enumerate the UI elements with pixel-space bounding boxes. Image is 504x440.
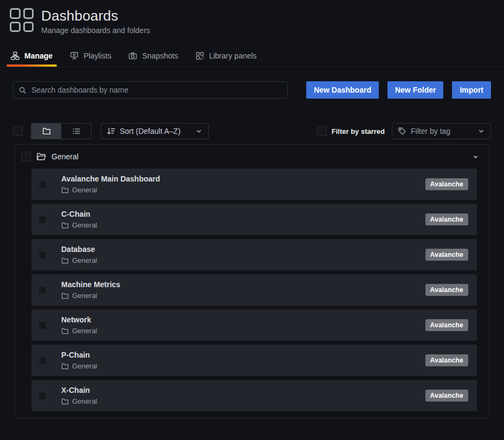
folder-icon — [61, 363, 69, 370]
tag-badge[interactable]: Avalanche — [425, 319, 468, 331]
tag-badge[interactable]: Avalanche — [425, 213, 468, 225]
row-checkbox[interactable] — [38, 251, 47, 259]
chevron-down-icon — [195, 127, 203, 135]
presentation-play-icon — [70, 51, 79, 60]
row-main: P-Chain General — [61, 351, 97, 370]
folder-view-icon — [42, 127, 51, 135]
folder-view-button[interactable] — [31, 124, 61, 139]
tag-badge[interactable]: Avalanche — [425, 284, 468, 296]
dashboard-title[interactable]: Machine Metrics — [61, 280, 120, 289]
dashboard-row[interactable]: P-Chain General Avalanche — [31, 345, 477, 376]
row-checkbox[interactable] — [38, 321, 47, 329]
results-panel: General Avalanche Main Dashboard General… — [15, 144, 489, 418]
row-checkbox[interactable] — [38, 392, 47, 400]
row-main: Machine Metrics General — [61, 280, 120, 300]
dashboard-folder-sub: General — [61, 363, 97, 370]
dashboard-row[interactable]: Database General Avalanche — [31, 239, 477, 270]
tab-playlists[interactable]: Playlists — [64, 47, 117, 67]
dashboard-row[interactable]: Network General Avalanche — [31, 309, 477, 341]
list-view-button[interactable] — [61, 124, 91, 139]
folder-icon — [61, 186, 69, 194]
dashboard-title[interactable]: P-Chain — [61, 351, 97, 359]
folder-icon — [61, 398, 69, 405]
dashboards-page: Dashboards Manage dashboards and folders… — [0, 0, 504, 418]
dashboard-row[interactable]: Avalanche Main Dashboard General Avalanc… — [31, 169, 477, 200]
tab-label: Library panels — [209, 51, 257, 60]
folder-section-header[interactable]: General — [15, 145, 489, 167]
new-dashboard-button[interactable]: New Dashboard — [306, 81, 379, 99]
view-mode-toggle — [31, 123, 92, 139]
filter-starred-label: Filter by starred — [332, 127, 385, 135]
tab-label: Snapshots — [142, 51, 178, 60]
dashboard-folder-sub: General — [61, 186, 160, 194]
tab-manage[interactable]: Manage — [5, 47, 58, 67]
filter-tag-value: Filter by tag — [411, 127, 450, 135]
camera-icon — [128, 51, 137, 60]
folder-icon — [61, 257, 69, 264]
dashboard-row[interactable]: C-Chain General Avalanche — [31, 204, 477, 235]
actions-row: New Dashboard New Folder Import — [13, 81, 491, 99]
row-main: Avalanche Main Dashboard General — [61, 174, 160, 194]
folder-open-icon — [36, 152, 46, 161]
folder-icon — [61, 222, 69, 229]
tag-badge[interactable]: Avalanche — [425, 354, 468, 366]
chevron-down-icon[interactable] — [472, 153, 479, 160]
sort-amount-down-icon — [107, 127, 115, 135]
dashboard-row[interactable]: Machine Metrics General Avalanche — [31, 274, 477, 306]
toolbar: Sort (Default A–Z) Filter by starred Fil… — [13, 123, 491, 139]
dashboard-folder-sub: General — [61, 222, 97, 229]
action-buttons: New Dashboard New Folder Import — [306, 81, 491, 99]
folder-icon — [61, 327, 69, 335]
dashboard-folder: General — [72, 292, 97, 300]
page-title: Dashboards — [41, 8, 150, 24]
row-checkbox[interactable] — [38, 180, 47, 189]
dashboard-folder: General — [72, 327, 97, 335]
row-main: Network General — [61, 315, 97, 335]
row-checkbox[interactable] — [38, 357, 47, 365]
dashboard-folder-sub: General — [61, 292, 120, 300]
folder-name: General — [51, 152, 79, 161]
row-checkbox[interactable] — [38, 286, 47, 294]
tag-badge[interactable]: Avalanche — [425, 178, 468, 190]
search-icon — [18, 86, 27, 94]
tab-snapshots[interactable]: Snapshots — [123, 47, 183, 67]
dashboard-title[interactable]: Database — [61, 245, 97, 254]
tab-label: Playlists — [83, 51, 111, 60]
dashboard-folder: General — [72, 222, 97, 229]
dashboard-folder-sub: General — [61, 257, 97, 264]
dashboard-title[interactable]: C-Chain — [61, 210, 97, 218]
dashboard-title[interactable]: X-Chain — [61, 386, 97, 394]
library-panels-icon — [196, 51, 204, 60]
filter-tag-select[interactable]: Filter by tag — [392, 123, 491, 139]
sort-select-value: Sort (Default A–Z) — [120, 127, 180, 135]
filter-starred-checkbox[interactable] — [317, 126, 327, 136]
row-checkbox[interactable] — [38, 216, 47, 224]
apps-icon — [10, 8, 34, 32]
tag-badge[interactable]: Avalanche — [425, 249, 468, 261]
sort-select[interactable]: Sort (Default A–Z) — [101, 123, 209, 139]
dashboard-list: Avalanche Main Dashboard General Avalanc… — [31, 169, 477, 411]
list-view-icon — [72, 127, 81, 135]
row-main: Database General — [61, 245, 97, 264]
import-button[interactable]: Import — [452, 81, 491, 99]
folder-checkbox[interactable] — [21, 152, 31, 161]
new-folder-button[interactable]: New Folder — [387, 81, 443, 99]
row-main: X-Chain General — [61, 386, 97, 405]
search-box — [13, 81, 288, 99]
row-main: C-Chain General — [61, 210, 97, 229]
select-all-checkbox[interactable] — [13, 126, 23, 136]
dashboard-folder-sub: General — [61, 398, 97, 405]
dashboard-folder: General — [72, 186, 97, 194]
sitemap-icon — [11, 51, 20, 60]
folder-icon — [61, 292, 69, 300]
chevron-down-icon — [477, 127, 485, 135]
dashboard-row[interactable]: X-Chain General Avalanche — [31, 380, 477, 411]
dashboard-title[interactable]: Avalanche Main Dashboard — [61, 174, 160, 183]
dashboard-folder-sub: General — [61, 327, 97, 335]
dashboard-title[interactable]: Network — [61, 315, 97, 324]
tag-badge[interactable]: Avalanche — [425, 390, 468, 402]
tag-icon — [398, 127, 406, 135]
tab-label: Manage — [24, 51, 53, 60]
tab-library-panels[interactable]: Library panels — [190, 47, 262, 67]
search-input[interactable] — [30, 85, 282, 95]
